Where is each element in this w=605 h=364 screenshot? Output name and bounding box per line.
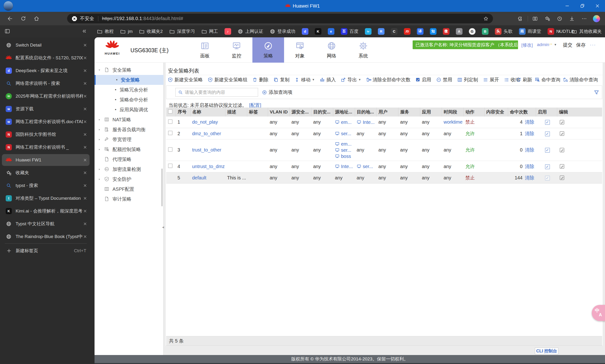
disable-button[interactable]: 禁用 (436, 77, 452, 83)
restore-button[interactable] (575, 0, 590, 12)
tree-proxy[interactable]: 代理策略 (94, 154, 164, 164)
close-tab-icon[interactable] (83, 222, 87, 226)
bookmark-jd-icon[interactable]: JD (404, 28, 411, 35)
close-tab-icon[interactable] (83, 158, 87, 162)
modify-link[interactable]: [修改] (521, 42, 533, 48)
favorite-star-icon[interactable] (483, 16, 489, 22)
submit-button[interactable]: 提交 (563, 42, 572, 48)
hit-query-button[interactable]: 命中查询 (535, 77, 560, 83)
policy-name-link[interactable]: dmz_to_other (192, 131, 221, 136)
tree-server-lb[interactable]: 服务器负载均衡 (94, 125, 164, 134)
page-url[interactable]: https://192.168.0.1:8443/default.html# (102, 16, 183, 21)
time-range-link[interactable]: worktime (444, 119, 463, 125)
split-screen-icon[interactable] (529, 13, 541, 24)
bookmark-folder[interactable]: jm (120, 29, 133, 34)
address-object-link[interactable]: boss (335, 153, 355, 159)
bookmark-bilibili-icon[interactable]: tv (365, 28, 372, 35)
nav-network[interactable]: 网络 (316, 37, 348, 63)
clear-hits-link[interactable]: 清除 (525, 163, 534, 170)
tree-security-policy-root[interactable]: 安全策略 (94, 65, 164, 75)
nav-policy-selected[interactable]: 策略 (252, 37, 284, 63)
tree-item-hit-analysis[interactable]: •策略命中分析 (94, 95, 164, 105)
enable-checkbox[interactable]: ✓ (545, 148, 550, 153)
bookmark-link[interactable]: 上网认证 (237, 28, 263, 35)
add-query-button[interactable]: 添加查询项 (262, 89, 292, 95)
nav-monitor[interactable]: 监控 (221, 37, 252, 63)
refresh-button[interactable] (16, 13, 30, 24)
bookmark-folder[interactable]: 网工 (201, 28, 218, 35)
new-policy-button[interactable]: 新建安全策略 (167, 77, 203, 83)
row-checkbox[interactable] (168, 131, 172, 135)
tab-typst-search[interactable]: typst - 搜索 (2, 180, 90, 192)
tab-download[interactable]: w资源下载 (2, 103, 90, 115)
cli-console-button[interactable]: CLI 控制台 (535, 348, 558, 354)
tree-encrypted-traffic[interactable]: 加密流量检测 (94, 164, 164, 174)
tab-nudt-doc[interactable]: N网络工程需求分析说明书 _ (2, 141, 90, 153)
address-object-link[interactable]: Inte... (357, 119, 376, 125)
edit-icon[interactable] (559, 119, 602, 125)
search-input-box[interactable] (175, 88, 258, 97)
tree-item-risk-tuning[interactable]: •应用风险调优 (94, 105, 164, 115)
tab-typst-docs[interactable]: t对准类型 – Typst Documentation (2, 192, 90, 204)
close-tab-icon[interactable] (83, 81, 87, 86)
bookmark-kimi-icon[interactable]: K (315, 28, 322, 35)
column-customize-button[interactable]: 列定制 (457, 77, 478, 83)
current-user[interactable]: admin (537, 42, 549, 47)
close-tab-icon[interactable] (83, 56, 87, 60)
tab-nudt-library[interactable]: N国防科技大学图书馆 (2, 129, 90, 140)
insert-button[interactable]: 插入 (320, 77, 336, 83)
move-button[interactable]: 移动▼ (294, 77, 315, 83)
close-tab-icon[interactable] (83, 183, 87, 188)
refresh-list-button[interactable]: 刷新 (516, 77, 532, 83)
close-tab-icon[interactable] (83, 43, 87, 47)
tree-audit[interactable]: 审计策略 (94, 194, 164, 204)
tab-deepseek[interactable]: dDeepSeek - 探索未至之境 (2, 65, 90, 77)
bookmarks-overflow-icon[interactable] (556, 29, 562, 34)
new-policy-group-button[interactable]: 新建安全策略组 (207, 77, 247, 83)
policy-name-link[interactable]: default (192, 175, 206, 180)
bookmark-yuketang[interactable]: 雨雨课堂 (519, 28, 541, 35)
other-favorites-folder[interactable]: 其他收藏夹 (571, 28, 602, 35)
filter-funnel-icon[interactable] (593, 89, 600, 95)
extensions-icon[interactable] (515, 13, 527, 24)
clear-hits-link[interactable]: 清除 (525, 175, 534, 181)
copilot-icon[interactable] (590, 13, 603, 24)
policy-name-link[interactable]: untrust_to_dmz (192, 164, 225, 169)
not-secure-icon[interactable] (71, 16, 77, 22)
bookmark-folder[interactable]: 深度学习 (169, 28, 195, 35)
close-tab-icon[interactable] (83, 120, 87, 124)
collections-icon[interactable] (541, 13, 554, 24)
close-tab-icon[interactable] (83, 68, 87, 73)
bookmark-weibo-icon[interactable]: 微 (443, 28, 450, 35)
panel-collapse-handle[interactable]: ◄ (161, 225, 165, 229)
copy-button[interactable]: 复制 (273, 77, 289, 83)
nav-object[interactable]: 对象 (284, 37, 316, 63)
close-tab-icon[interactable] (83, 234, 87, 239)
nav-dashboard[interactable]: 面板 (189, 37, 221, 63)
tab-huawei-doc[interactable]: 配置系统启动文件 - S1720, S2700, (2, 52, 90, 64)
tree-nat-policy[interactable]: NAT策略 (94, 115, 164, 125)
tree-item-security-policy[interactable]: •安全策略 (94, 75, 164, 85)
tab-docin[interactable]: in2025年网络工程需求分析说明书样 (2, 90, 90, 102)
row-checkbox[interactable] (168, 119, 172, 124)
tab-search[interactable]: 网络需求说明书 - 搜索 (2, 78, 90, 89)
close-tab-icon[interactable] (83, 107, 87, 111)
close-tab-icon[interactable] (83, 132, 87, 137)
policy-name-link[interactable]: do_not_play (192, 119, 218, 125)
new-tab-button[interactable]: 新建标签页 Ctrl+T (2, 245, 90, 257)
tree-quota[interactable]: 配额控制策略 (94, 144, 164, 154)
save-button[interactable]: 保存 (576, 42, 586, 48)
close-tab-icon[interactable] (83, 209, 87, 213)
bookmark-translate-icon[interactable]: 译 (417, 28, 424, 35)
tree-security-protection[interactable]: 安全防护 (94, 174, 164, 184)
address-object-link[interactable]: ser... (357, 163, 376, 169)
bookmark-apple-icon[interactable]: A (456, 28, 463, 35)
delete-button[interactable]: 删除 (252, 77, 269, 83)
bookmark-link[interactable]: 登录成功 (270, 28, 296, 35)
tree-item-redundancy[interactable]: •策略冗余分析 (94, 85, 164, 95)
search-input[interactable] (185, 90, 256, 95)
edit-icon[interactable] (559, 175, 602, 181)
nav-system[interactable]: 系统 (348, 37, 379, 63)
history-icon[interactable] (554, 13, 566, 24)
home-button[interactable] (30, 13, 43, 24)
